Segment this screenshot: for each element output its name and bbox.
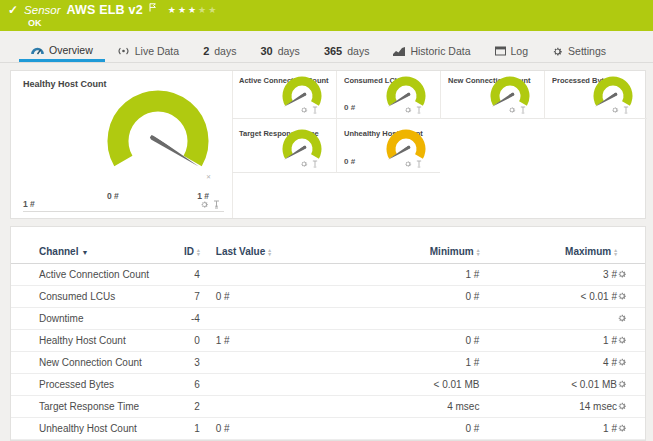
sensor-status-text: OK <box>28 18 42 28</box>
channel-maximum: 3 # <box>479 264 617 286</box>
gauge-last-value: 0 # <box>344 157 355 166</box>
channel-settings-gear-icon[interactable] <box>617 313 627 323</box>
tab-historic-data[interactable]: Historic Data <box>381 40 482 62</box>
bar-chart-icon <box>393 46 405 56</box>
table-row[interactable]: Consumed LCUs 7 0 # 0 # < 0.01 # <box>11 286 645 308</box>
column-header-actions <box>617 241 645 264</box>
channel-maximum: < 0.01 MB <box>479 374 617 396</box>
column-header-id[interactable]: ID▴▾ <box>158 241 200 264</box>
priority-flag-icon[interactable] <box>149 0 156 16</box>
pin-icon[interactable] <box>623 106 629 114</box>
gauge-value-marker[interactable]: ✕ <box>206 173 211 180</box>
sort-icon[interactable]: ▴▾ <box>477 248 480 256</box>
gauge-settings-gear-icon[interactable] <box>200 200 209 209</box>
gauge-card-new-connection-count: New Connection Count <box>440 71 544 119</box>
tab-2-days[interactable]: 2 days <box>191 40 248 62</box>
pin-icon[interactable] <box>416 106 422 114</box>
pin-icon[interactable] <box>416 160 422 168</box>
pin-icon[interactable] <box>520 106 526 114</box>
channel-name[interactable]: Consumed LCUs <box>11 286 158 308</box>
sensor-tab-bar: Overview Live Data 2 days 30 days 365 da… <box>0 40 653 63</box>
table-row[interactable]: Active Connection Count 4 1 # 3 # <box>11 264 645 286</box>
tab-number: 365 <box>324 45 342 57</box>
gauge-card-processed-bytes: Processed Bytes <box>544 71 647 119</box>
channel-settings-gear-icon[interactable] <box>617 423 627 433</box>
channel-settings-gear-icon[interactable] <box>617 335 627 345</box>
column-header-last-value[interactable]: Last Value▴▾ <box>200 241 320 264</box>
gauge-settings-gear-icon[interactable] <box>300 160 308 168</box>
sort-icon[interactable]: ▴▾ <box>614 248 617 256</box>
column-header-channel[interactable]: Channel▼ <box>11 241 158 264</box>
pin-icon[interactable] <box>213 200 220 209</box>
tab-label: Log <box>511 45 529 57</box>
channel-last-value <box>200 264 320 286</box>
channel-maximum: < 0.01 # <box>479 286 617 308</box>
star-empty-icon[interactable]: ★ <box>198 5 207 15</box>
channel-id: 6 <box>158 374 200 396</box>
channel-settings-gear-icon[interactable] <box>617 401 627 411</box>
channel-name[interactable]: Active Connection Count <box>11 264 158 286</box>
table-row[interactable]: New Connection Count 3 1 # 4 # <box>11 352 645 374</box>
channel-minimum: 4 msec <box>320 396 480 418</box>
star-filled-icon[interactable]: ★ <box>188 5 197 15</box>
channel-id: 7 <box>158 286 200 308</box>
primary-gauge-cell: Healthy Host Count ✕ 0 # 1 # 1 # <box>11 71 233 218</box>
channel-settings-gear-icon[interactable] <box>617 357 627 367</box>
star-filled-icon[interactable]: ★ <box>178 5 187 15</box>
channel-last-value <box>200 396 320 418</box>
channel-name[interactable]: Healthy Host Count <box>11 330 158 352</box>
channel-table-panel: Channel▼ ID▴▾ Last Value▴▾ Minimum▴▾ Max… <box>10 226 646 441</box>
gauge-arc <box>598 81 628 104</box>
gauge-settings-gear-icon[interactable] <box>404 106 412 114</box>
tab-log[interactable]: Log <box>483 40 541 62</box>
channel-table: Channel▼ ID▴▾ Last Value▴▾ Minimum▴▾ Max… <box>11 241 645 440</box>
tab-live-data[interactable]: Live Data <box>105 40 191 62</box>
channel-last-value <box>200 352 320 374</box>
small-gauges-area: Active Connection Count Consumed LCUs <box>232 71 645 218</box>
tab-settings[interactable]: Settings <box>540 40 618 62</box>
channel-minimum: 0 # <box>320 418 480 440</box>
tab-30-days[interactable]: 30 days <box>248 40 311 62</box>
gauge-last-value: 0 # <box>344 103 355 112</box>
table-row[interactable]: Target Response Time 2 4 msec 14 msec <box>11 396 645 418</box>
sort-desc-icon[interactable]: ▼ <box>81 249 88 256</box>
star-filled-icon[interactable]: ★ <box>168 5 177 15</box>
gauge-arc <box>495 81 525 104</box>
channel-settings-gear-icon[interactable] <box>617 379 627 389</box>
channel-name[interactable]: New Connection Count <box>11 352 158 374</box>
column-header-maximum[interactable]: Maximum▴▾ <box>479 241 617 264</box>
channel-minimum: < 0.01 MB <box>320 374 480 396</box>
table-row[interactable]: Unhealthy Host Count 1 0 # 0 # 1 # <box>11 418 645 440</box>
object-kind-label: Sensor <box>24 4 60 16</box>
gauges-panel: Healthy Host Count ✕ 0 # 1 # 1 # <box>10 70 646 219</box>
sort-icon[interactable]: ▴▾ <box>197 248 200 256</box>
sort-icon[interactable]: ▴▾ <box>268 248 271 256</box>
channel-name[interactable]: Downtime <box>11 308 158 330</box>
table-row[interactable]: Processed Bytes 6 < 0.01 MB < 0.01 MB <box>11 374 645 396</box>
tab-overview[interactable]: Overview <box>19 40 105 62</box>
channel-maximum <box>479 308 617 330</box>
gauge-settings-gear-icon[interactable] <box>300 106 308 114</box>
column-header-minimum[interactable]: Minimum▴▾ <box>320 241 480 264</box>
channel-name[interactable]: Processed Bytes <box>11 374 158 396</box>
channel-name[interactable]: Unhealthy Host Count <box>11 418 158 440</box>
gauge-settings-gear-icon[interactable] <box>404 160 412 168</box>
channel-last-value <box>200 308 320 330</box>
table-row[interactable]: Downtime -4 <box>11 308 645 330</box>
tab-365-days[interactable]: 365 days <box>312 40 382 62</box>
channel-settings-gear-icon[interactable] <box>617 269 627 279</box>
gauge-settings-gear-icon[interactable] <box>508 106 516 114</box>
table-row[interactable]: Healthy Host Count 0 1 # 0 # 1 # <box>11 330 645 352</box>
channel-minimum: 0 # <box>320 330 480 352</box>
channel-last-value: 1 # <box>200 330 320 352</box>
gauge-settings-gear-icon[interactable] <box>611 106 619 114</box>
priority-stars[interactable]: ★★★★★ <box>168 5 217 15</box>
pin-icon[interactable] <box>312 106 318 114</box>
channel-minimum: 1 # <box>320 352 480 374</box>
star-empty-icon[interactable]: ★ <box>208 5 217 15</box>
channel-settings-gear-icon[interactable] <box>617 291 627 301</box>
pin-icon[interactable] <box>312 160 318 168</box>
channel-name[interactable]: Target Response Time <box>11 396 158 418</box>
log-list-icon <box>495 46 506 56</box>
channel-maximum: 4 # <box>479 352 617 374</box>
